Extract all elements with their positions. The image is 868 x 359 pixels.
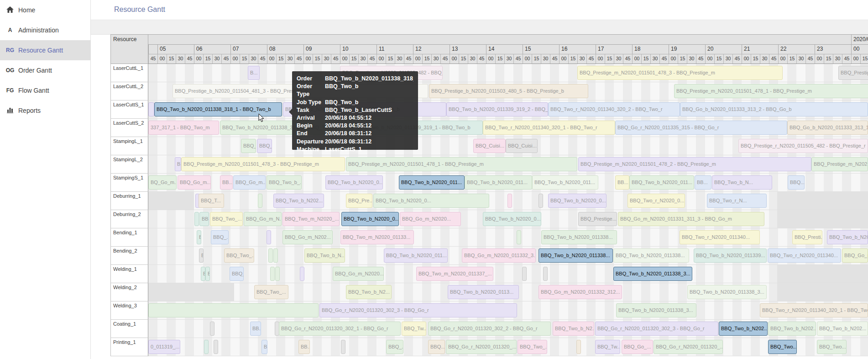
gantt-task-bar[interactable] [210, 322, 214, 336]
gantt-task-bar[interactable]: BBQ_Two_b_N2020_011... [384, 248, 448, 263]
gantt-task-bar[interactable]: BBQ_Two_b_N... [304, 248, 345, 263]
gantt-task-bar[interactable] [300, 267, 304, 281]
gantt-task-bar[interactable]: BBQ... [788, 175, 805, 190]
gantt-task-bar[interactable]: BBQ_Two_b_N2020_0... [373, 194, 489, 208]
gantt-task-bar[interactable] [341, 340, 345, 354]
gantt-task-bar[interactable]: 0_011319_... [148, 340, 180, 354]
gantt-task-bar[interactable]: BBQ_Go_r_N2020_011320_302_1 - BBQ_Go_r [279, 322, 401, 336]
gantt-task-bar[interactable]: BB... [220, 175, 233, 190]
gantt-task-bar[interactable]: BBQ_Go_r_N2020_011320_302_3 - BBQ_Go_r [595, 322, 718, 336]
gantt-task-bar[interactable]: BBQ_Prestige_r_N2020_011505_482 - BBQ_Pr… [738, 139, 868, 153]
gantt-task-bar[interactable]: BBQ_Two_m_N2020_... [282, 212, 340, 226]
gantt-task-bar[interactable]: BBQ_Prestige_m_N2020_011501_478_1 - BBQ_… [674, 84, 868, 98]
gantt-task-bar[interactable] [258, 194, 262, 208]
gantt-task-bar[interactable]: BBQ_Go_m... [178, 175, 211, 190]
gantt-task-bar[interactable]: BBQ_Go_m_N202... [282, 230, 333, 244]
gantt-task-bar[interactable]: BBQ_Two_b_N2020_011... [465, 175, 532, 190]
gantt-task-bar[interactable]: BBQ_Two_b_... [267, 175, 302, 190]
gantt-task-bar[interactable]: BBQ_Go_r_N2020_011335_315 - BBQ_Go_r [615, 121, 787, 135]
gantt-task-bar[interactable]: BBQ_Go_m_N2020_011332_3... [462, 248, 536, 263]
gantt-task-bar[interactable]: BBQ_T... [199, 194, 224, 208]
gantt-task-bar[interactable]: BBQ_... [386, 340, 403, 354]
gantt-task-bar[interactable]: BB... [199, 212, 209, 226]
gantt-task-bar[interactable]: B [197, 230, 201, 244]
gantt-task-bar[interactable] [268, 248, 273, 263]
gantt-task-bar[interactable]: BBQ_Prestige... [578, 212, 617, 226]
gantt-task-bar[interactable]: BBQ_Prestige_m_N2020_011501_478_3 - BBQ_… [181, 157, 345, 171]
gantt-task-bar[interactable]: B. [175, 157, 181, 171]
gantt-task-bar[interactable]: BBQ_Prestige_m_N2020_011501_478_1 - BBQ_… [346, 157, 577, 171]
gantt-task-bar[interactable]: BBQ_Go_m_N2020... [400, 212, 461, 226]
gantt-task-bar[interactable] [270, 267, 275, 281]
sidebar-item-home[interactable]: Home [0, 0, 90, 20]
gantt-task-bar[interactable]: BBQ_Pre... [346, 194, 372, 208]
gantt-task-bar[interactable]: BBQ_Go_r_N2020_011320_302_2 - BBQ_Go_r [428, 322, 551, 336]
gantt-task-bar[interactable]: BBQ_Two_b_N... [712, 175, 772, 190]
gantt-task-bar[interactable]: B [199, 248, 204, 263]
gantt-task-bar[interactable]: BBQ_Go_r_N2020_011320_... [446, 340, 517, 354]
gantt-task-bar[interactable]: BBQ_Two_b_N2020_011339... [694, 248, 767, 263]
gantt-task-bar[interactable] [543, 267, 548, 281]
gantt-task-bar[interactable]: BBQ_Go_b_N2020_011333_313_1 - BBQ_Go_b [787, 121, 868, 135]
gantt-task-bar[interactable]: BBQ_Two... [817, 340, 847, 354]
gantt-task-bar[interactable]: BBQ_Two_b_N2020_011338... [613, 248, 689, 263]
gantt-task-bar[interactable]: BBQ_Two_b_N2020_0... [325, 175, 383, 190]
gantt-task-bar[interactable] [148, 303, 319, 317]
gantt-task-bar[interactable]: BB... [695, 175, 711, 190]
gantt-task-bar[interactable]: BBQ_Two_b_N2020_011338_3... [616, 303, 696, 317]
gantt-task-bar[interactable]: BBQ_Go_r_N2020_011320_... [654, 340, 723, 354]
gantt-task-bar[interactable]: BBQ_Go_m... [233, 175, 266, 190]
gantt-task-bar-selected[interactable]: BBQ_Two_b_N202... [719, 322, 768, 336]
gantt-task-bar[interactable]: B. [205, 267, 210, 281]
gantt-task-bar[interactable]: BB... [298, 340, 310, 354]
gantt-task-bar[interactable]: B... [261, 340, 267, 354]
gantt-task-bar[interactable]: BBQ_Cuisi... [473, 139, 506, 153]
gantt-task-bar[interactable]: BBQ_Two_... [210, 212, 243, 226]
gantt-task-bar[interactable]: BBQ_Two_r_N2020_011340_320_1 - BBQ_Two_r [760, 303, 868, 317]
gantt-task-bar[interactable] [517, 230, 521, 244]
gantt-task-bar[interactable]: BBQ_Two_b_N20... [827, 230, 868, 244]
sidebar-item-reports[interactable]: Reports [0, 100, 90, 121]
gantt-task-bar[interactable]: BBQ_Two_b_N2020_011338... [541, 230, 617, 244]
gantt-task-bar-selected[interactable]: BBQ_Two_b_N2020_011... [399, 175, 465, 190]
gantt-task-bar[interactable]: BBQ_Two_r_N... [707, 194, 767, 208]
gantt-task-bar[interactable] [267, 230, 271, 244]
sidebar-item-resource-gantt[interactable]: RGResource Gantt [0, 40, 90, 60]
gantt-task-bar[interactable]: BBQ_Prestige_m_N2020_011501_478_3 - BBQ_… [577, 66, 783, 80]
gantt-task-bar[interactable] [275, 267, 280, 281]
gantt-task-bar[interactable]: BBQ_Go_m_N2020_011331_311_3 - BBQ_Go_m [618, 212, 764, 226]
gantt-task-bar[interactable]: BBQ_Two_b_N202... [768, 322, 816, 336]
gantt-task-bar[interactable]: BBQ_Presti... [792, 230, 822, 244]
gantt-task-bar[interactable] [576, 340, 581, 354]
gantt-task-bar[interactable]: BBQ_Cuisi... [506, 139, 538, 153]
sidebar-item-order-gantt[interactable]: OGOrder Gantt [0, 60, 90, 80]
gantt-task-bar[interactable]: BBQ_Two_b_N2020_011338_3... [687, 285, 767, 299]
gantt-task-bar[interactable]: BBQ_Go_r_N2020_011320_302_3 - BBQ_Go_r [319, 303, 517, 317]
gantt-task-bar[interactable]: BBQ_Two_b_N202... [817, 322, 868, 336]
gantt-task-bar[interactable]: BBQ_Prestige_b_N2020_011503_480_5 - BBQ_… [429, 84, 588, 98]
gantt-task-bar[interactable]: BBQ_Two_... [518, 340, 547, 354]
gantt-task-bar[interactable]: BBQ_Tw... [595, 340, 620, 354]
gantt-task-bar[interactable]: BBQ_Two_r_N2020_011340_320_1 - BBQ_Two_r [483, 121, 615, 135]
gantt-task-bar[interactable]: BB... [250, 322, 261, 336]
gantt-task-bar[interactable]: BBQ_Two_m_N2020_011337_... [416, 267, 493, 281]
gantt-task-bar[interactable]: BQ_Go_m... [148, 175, 177, 190]
gantt-task-bar[interactable]: BBQ_Two_b_N2020_0... [483, 212, 541, 226]
gantt-task-bar[interactable]: BBQ_Two_b_N2020_0113... [448, 285, 519, 299]
gantt-task-bar[interactable]: BBQ_Two_b_N2020_0... [548, 194, 607, 208]
gantt-task-bar[interactable]: BBQ_Two_... [254, 285, 288, 299]
gantt-task-bar[interactable] [204, 340, 209, 354]
gantt-task-bar[interactable]: BBQ_... [230, 267, 244, 281]
gantt-task-bar[interactable] [214, 340, 218, 354]
gantt-task-bar[interactable]: BBQ_... [211, 230, 229, 244]
gantt-task-bar[interactable]: BBQ_Go_b_N2020_011333_313_2 - BBQ_Go_b [680, 102, 868, 116]
gantt-task-bar[interactable]: BBQ_Prestig [838, 66, 868, 80]
gantt-task-bar-selected[interactable]: BBQ_Two_b_N2020_011338_3... [613, 267, 692, 281]
gantt-task-bar[interactable]: 337_317_1 - BBQ_Two_m [148, 121, 219, 135]
sidebar-item-flow-gantt[interactable]: FGFlow Gantt [0, 80, 90, 100]
gantt-task-bar[interactable]: BBQ_Two_b_N2020_011... [629, 175, 694, 190]
gantt-task-bar[interactable]: B... [248, 66, 260, 80]
gantt-task-bar[interactable] [148, 102, 154, 116]
gantt-task-bar[interactable]: BBQ_Two_b_N2... [553, 322, 594, 336]
gantt-task-bar[interactable]: BBQ_Prestige_m_N202... [811, 157, 868, 171]
